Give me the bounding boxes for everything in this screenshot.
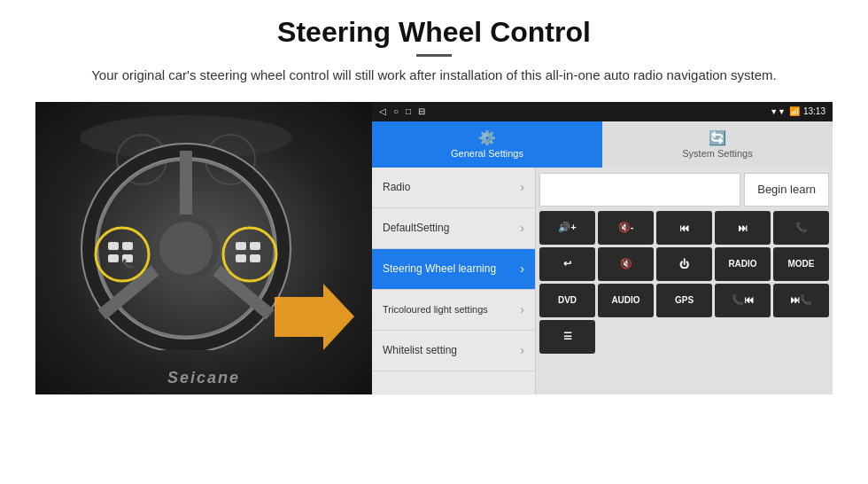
svg-rect-20 bbox=[236, 254, 246, 262]
button-row-4: ☰ bbox=[539, 320, 829, 354]
svg-text:📞: 📞 bbox=[122, 258, 134, 269]
next-icon: ⏭ bbox=[738, 222, 748, 233]
begin-learn-button[interactable]: Begin learn bbox=[744, 173, 829, 207]
svg-point-11 bbox=[96, 228, 149, 281]
vol-up-icon: 🔊+ bbox=[558, 222, 576, 233]
hangup-button[interactable]: ↩ bbox=[539, 247, 595, 281]
tab-general[interactable]: ⚙️ General Settings bbox=[372, 121, 602, 168]
android-panel: ◁ ○ □ ⊟ ▼▼ 📶 13:13 ⚙️ General Settings bbox=[372, 102, 833, 394]
system-settings-icon: 🔄 bbox=[709, 129, 726, 146]
steering-input bbox=[539, 173, 740, 207]
mode-button[interactable]: MODE bbox=[773, 247, 829, 281]
menu-item-whitelist[interactable]: Whitelist setting › bbox=[372, 331, 535, 371]
steering-bg: 📞 Seicane bbox=[35, 102, 372, 394]
wifi-icon: 📶 bbox=[789, 106, 800, 116]
tab-system-label: System Settings bbox=[682, 148, 752, 159]
hangup-icon: ↩ bbox=[563, 258, 571, 269]
status-right: ▼▼ 📶 13:13 bbox=[770, 106, 825, 116]
chevron-icon: › bbox=[520, 262, 524, 276]
menu-item-radio[interactable]: Radio › bbox=[372, 168, 535, 208]
nav-menu-icon[interactable]: ⊟ bbox=[418, 106, 425, 116]
begin-learn-row: Begin learn bbox=[539, 171, 829, 208]
phone-icon: 📞 bbox=[795, 222, 808, 233]
button-row-1: 🔊+ 🔇- ⏮ ⏭ 📞 bbox=[539, 211, 829, 245]
general-settings-icon: ⚙️ bbox=[478, 129, 496, 146]
mute-icon: 🔇 bbox=[620, 258, 632, 269]
tel-next-button[interactable]: ⏭📞 bbox=[773, 284, 829, 317]
mute-button[interactable]: 🔇 bbox=[598, 247, 654, 281]
menu-item-steering[interactable]: Steering Wheel learning › bbox=[372, 249, 535, 290]
signal-icon: ▼▼ bbox=[770, 107, 786, 116]
chevron-icon: › bbox=[520, 180, 524, 194]
gps-button[interactable]: GPS bbox=[656, 284, 712, 317]
button-row-3: DVD AUDIO GPS 📞⏮ ⏭📞 bbox=[539, 284, 829, 317]
page-subtitle: Your original car's steering wheel contr… bbox=[91, 66, 777, 86]
button-grid: 🔊+ 🔇- ⏮ ⏭ 📞 bbox=[539, 211, 829, 354]
menu-button[interactable]: ☰ bbox=[539, 320, 595, 354]
status-bar: ◁ ○ □ ⊟ ▼▼ 📶 13:13 bbox=[372, 102, 833, 121]
svg-point-7 bbox=[159, 222, 213, 275]
nav-home-icon[interactable]: ○ bbox=[393, 106, 399, 116]
svg-rect-12 bbox=[108, 242, 119, 250]
menu-item-tricoloured[interactable]: Tricoloured light settings › bbox=[372, 290, 535, 331]
tel-prev-icon: 📞⏮ bbox=[732, 294, 754, 306]
power-button[interactable]: ⏻ bbox=[656, 247, 712, 281]
vol-up-button[interactable]: 🔊+ bbox=[539, 211, 595, 245]
svg-rect-21 bbox=[250, 254, 260, 262]
steering-wheel-image: 📞 Seicane bbox=[35, 102, 372, 394]
title-divider bbox=[416, 54, 452, 57]
tab-system[interactable]: 🔄 System Settings bbox=[602, 121, 833, 168]
right-controls: Begin learn 🔊+ 🔇- bbox=[536, 168, 833, 394]
svg-rect-19 bbox=[250, 242, 260, 250]
menu-item-default[interactable]: DefaultSetting › bbox=[372, 208, 535, 249]
prev-icon: ⏮ bbox=[679, 222, 689, 233]
nav-back-icon[interactable]: ◁ bbox=[379, 106, 386, 116]
tab-general-label: General Settings bbox=[451, 148, 523, 159]
prev-button[interactable]: ⏮ bbox=[656, 211, 712, 245]
content-area: 📞 Seicane bbox=[35, 102, 833, 394]
next-button[interactable]: ⏭ bbox=[715, 211, 771, 245]
svg-rect-18 bbox=[236, 242, 246, 250]
tel-next-icon: ⏭📞 bbox=[790, 294, 812, 306]
page-title: Steering Wheel Control bbox=[91, 16, 777, 49]
radio-button[interactable]: RADIO bbox=[715, 247, 771, 281]
svg-rect-13 bbox=[122, 242, 133, 250]
left-menu: Radio › DefaultSetting › Steering Wheel … bbox=[372, 168, 536, 394]
vol-down-button[interactable]: 🔇- bbox=[598, 211, 654, 245]
status-left: ◁ ○ □ ⊟ bbox=[379, 106, 425, 116]
svg-rect-14 bbox=[108, 254, 119, 262]
vol-down-icon: 🔇- bbox=[618, 222, 634, 233]
tab-bar: ⚙️ General Settings 🔄 System Settings bbox=[372, 121, 833, 168]
phone-button[interactable]: 📞 bbox=[773, 211, 829, 245]
nav-square-icon[interactable]: □ bbox=[406, 106, 411, 116]
audio-button[interactable]: AUDIO bbox=[598, 284, 654, 317]
seicane-logo: Seicane bbox=[167, 369, 240, 387]
tel-prev-button[interactable]: 📞⏮ bbox=[715, 284, 771, 317]
chevron-icon: › bbox=[520, 343, 524, 357]
button-row-2: ↩ 🔇 ⏻ RADIO MODE bbox=[539, 247, 829, 281]
power-icon: ⏻ bbox=[679, 259, 689, 269]
clock: 13:13 bbox=[803, 106, 825, 116]
main-panel: Radio › DefaultSetting › Steering Wheel … bbox=[372, 168, 833, 394]
menu-icon: ☰ bbox=[563, 331, 572, 342]
svg-marker-22 bbox=[275, 284, 354, 350]
chevron-icon: › bbox=[520, 302, 524, 316]
chevron-icon: › bbox=[520, 221, 524, 235]
title-section: Steering Wheel Control Your original car… bbox=[91, 16, 777, 97]
dvd-button[interactable]: DVD bbox=[539, 284, 595, 317]
svg-point-17 bbox=[223, 228, 276, 281]
